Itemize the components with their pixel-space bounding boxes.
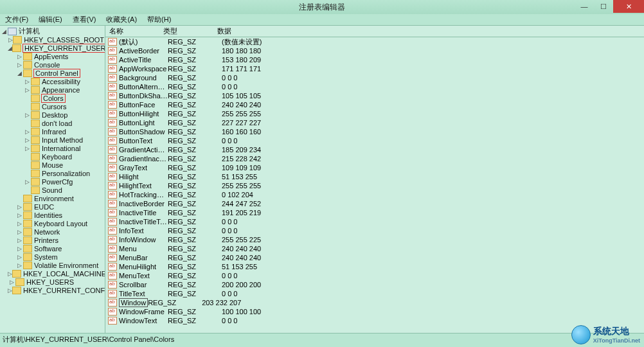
expander-icon[interactable]: ▷ (15, 62, 23, 68)
value-name[interactable]: ButtonAlternat... (119, 83, 168, 91)
expander-icon[interactable]: ▷ (23, 87, 31, 93)
expander-icon[interactable]: ▷ (15, 245, 23, 252)
value-name[interactable]: MenuBar (119, 254, 168, 262)
value-row[interactable]: InactiveTitleTextREG_SZ0 0 0 (105, 217, 644, 226)
tree-label[interactable]: Control Panel (33, 69, 80, 78)
value-row[interactable]: InactiveTitleREG_SZ191 205 219 (105, 208, 644, 217)
tree-node[interactable]: Keyboard (0, 152, 105, 161)
tree-label[interactable]: Mouse (41, 161, 64, 169)
tree-node[interactable]: ◢Control Panel (0, 69, 105, 77)
value-row[interactable]: ButtonAlternat...REG_SZ0 0 0 (105, 82, 644, 91)
value-name[interactable]: InactiveTitle (119, 209, 168, 217)
tree-label[interactable]: Software (33, 245, 62, 253)
value-row[interactable]: MenuREG_SZ240 240 240 (105, 244, 644, 253)
col-name-header[interactable]: 名称 (105, 26, 163, 36)
tree-label[interactable]: System (33, 253, 58, 261)
value-name[interactable]: ButtonLight (119, 119, 168, 127)
tree-node[interactable]: ◢HKEY_CURRENT_USER (0, 44, 105, 52)
tree-label[interactable]: Desktop (41, 111, 68, 119)
tree-label[interactable]: HKEY_USERS (26, 278, 75, 286)
tree-label[interactable]: AppEvents (33, 53, 69, 60)
tree-node[interactable]: ▷HKEY_LOCAL_MACHINE (0, 269, 105, 278)
tree-label[interactable]: Cursors (41, 103, 67, 111)
tree-label[interactable]: HKEY_CLASSES_ROOT (23, 36, 105, 44)
value-name[interactable]: Window (119, 298, 148, 307)
value-row[interactable]: ButtonLightREG_SZ227 227 227 (105, 118, 644, 127)
value-row[interactable]: ActiveTitleREG_SZ153 180 209 (105, 55, 644, 64)
value-name[interactable]: ButtonFace (119, 101, 168, 109)
value-name[interactable]: MenuText (119, 272, 168, 280)
minimize-button[interactable]: — (575, 0, 594, 13)
tree-node[interactable]: ▷Identities (0, 211, 105, 219)
expander-icon[interactable]: ▷ (15, 229, 23, 235)
expander-icon[interactable]: ▷ (23, 179, 31, 185)
tree-node[interactable]: Mouse (0, 161, 105, 169)
tree-label[interactable]: PowerCfg (41, 178, 73, 186)
value-name[interactable]: InactiveTitleText (119, 218, 168, 226)
col-data-header[interactable]: 数据 (217, 26, 644, 36)
value-row[interactable]: HilightREG_SZ51 153 255 (105, 172, 644, 181)
tree-label[interactable]: Appearance (41, 86, 80, 94)
tree-node[interactable]: ▷Infrared (0, 127, 105, 136)
menu-item[interactable]: 帮助(H) (145, 15, 174, 24)
value-name[interactable]: WindowText (119, 317, 168, 325)
tree-node[interactable]: ▷Console (0, 60, 105, 69)
value-row[interactable]: ActiveBorderREG_SZ180 180 180 (105, 46, 644, 55)
tree-node[interactable]: ▷HKEY_USERS (0, 278, 105, 286)
tree-node[interactable]: ▷HKEY_CLASSES_ROOT (0, 35, 105, 44)
value-name[interactable]: (默认) (119, 37, 168, 47)
expander-icon[interactable]: ▷ (23, 112, 31, 118)
value-row[interactable]: TitleTextREG_SZ0 0 0 (105, 289, 644, 298)
expander-icon[interactable]: ▷ (15, 53, 23, 60)
value-row[interactable]: WindowFrameREG_SZ100 100 100 (105, 307, 644, 316)
tree-label[interactable]: Colors (41, 94, 66, 103)
tree-node[interactable]: Cursors (0, 102, 105, 111)
tree-node[interactable]: ▷Software (0, 244, 105, 253)
tree-label[interactable]: don't load (41, 120, 73, 127)
value-row[interactable]: MenuBarREG_SZ240 240 240 (105, 253, 644, 262)
close-button[interactable]: ✕ (613, 0, 644, 13)
expander-icon[interactable]: ▷ (15, 262, 23, 269)
value-name[interactable]: Background (119, 74, 168, 82)
expander-icon[interactable]: ▷ (8, 279, 15, 285)
expander-icon[interactable]: ▷ (15, 212, 23, 218)
tree-label[interactable]: Environment (33, 195, 75, 202)
value-name[interactable]: WindowFrame (119, 308, 168, 316)
tree-label[interactable]: Sound (41, 186, 63, 194)
value-row[interactable]: InfoWindowREG_SZ255 255 225 (105, 235, 644, 244)
value-row[interactable]: (默认)REG_SZ(数值未设置) (105, 37, 644, 46)
expander-icon[interactable]: ▷ (8, 287, 12, 294)
tree-label[interactable]: 计算机 (18, 26, 40, 36)
maximize-button[interactable]: ☐ (594, 0, 613, 13)
expander-icon[interactable]: ◢ (15, 70, 23, 76)
tree-node[interactable]: ▷AppEvents (0, 52, 105, 60)
expander-icon[interactable]: ▷ (23, 78, 31, 85)
expander-icon[interactable]: ▷ (8, 37, 13, 43)
tree-label[interactable]: Keyboard (41, 153, 73, 161)
tree-label[interactable]: HKEY_CURRENT_USER (22, 44, 105, 53)
tree-node[interactable]: ▷HKEY_CURRENT_CONFIG (0, 286, 105, 294)
value-name[interactable]: ActiveTitle (119, 56, 168, 64)
tree-node[interactable]: ▷Accessibility (0, 77, 105, 85)
expander-icon[interactable]: ▷ (23, 129, 31, 135)
value-name[interactable]: HilightText (119, 182, 168, 190)
tree-node[interactable]: don't load (0, 119, 105, 127)
value-name[interactable]: Hilight (119, 173, 168, 181)
expander-icon[interactable]: ◢ (8, 45, 12, 51)
tree-label[interactable]: Input Method (41, 136, 84, 144)
value-name[interactable]: MenuHilight (119, 263, 168, 271)
tree-label[interactable]: HKEY_CURRENT_CONFIG (22, 287, 105, 294)
tree-label[interactable]: Accessibility (41, 78, 81, 85)
value-row[interactable]: ButtonFaceREG_SZ240 240 240 (105, 100, 644, 109)
value-name[interactable]: ButtonText (119, 137, 168, 145)
tree-label[interactable]: Keyboard Layout (33, 220, 88, 227)
value-row[interactable]: ButtonTextREG_SZ0 0 0 (105, 136, 644, 145)
value-name[interactable]: InfoText (119, 227, 168, 235)
value-row[interactable]: HotTrackingCo...REG_SZ0 102 204 (105, 190, 644, 199)
value-name[interactable]: HotTrackingCo... (119, 191, 168, 199)
tree-node[interactable]: Personalization (0, 169, 105, 177)
column-headers[interactable]: 名称 类型 数据 (105, 26, 644, 37)
tree-node[interactable]: ▷Keyboard Layout (0, 219, 105, 227)
menu-item[interactable]: 文件(F) (3, 15, 31, 24)
tree-label[interactable]: Console (33, 61, 60, 69)
